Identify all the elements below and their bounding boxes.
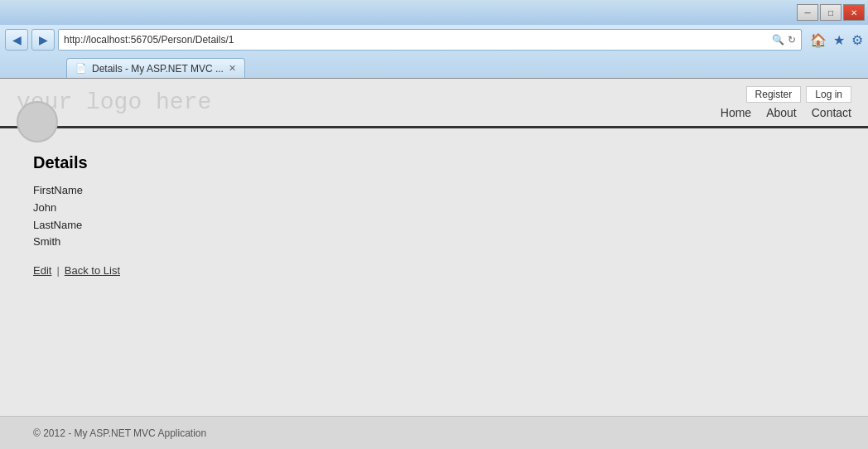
avatar	[17, 101, 58, 142]
address-bar-wrap: 🔍 ↻	[58, 29, 802, 51]
register-button[interactable]: Register	[746, 86, 802, 103]
forward-button[interactable]: ▶	[31, 29, 55, 51]
forward-icon: ▶	[39, 33, 48, 46]
nav-bar: ◀ ▶ 🔍 ↻ 🏠 ★ ⚙	[0, 25, 868, 55]
edit-link[interactable]: Edit	[33, 264, 51, 277]
maximize-button[interactable]: □	[820, 4, 841, 21]
tab-favicon: 📄	[75, 63, 87, 74]
nav-links: Home About Contact	[721, 106, 851, 119]
page-area: your logo here Register Log in Home Abou…	[0, 79, 868, 449]
field-lastname-value: Smith	[33, 234, 835, 251]
auth-buttons: Register Log in	[746, 86, 851, 103]
minimize-icon: ─	[804, 8, 810, 17]
actions: Edit | Back to List	[33, 264, 835, 277]
minimize-button[interactable]: ─	[797, 4, 818, 21]
title-bar: ─ □ ✕	[0, 0, 868, 25]
home-icon[interactable]: 🏠	[810, 32, 827, 48]
field-firstname-value: John	[33, 200, 835, 217]
copyright-text: © 2012 - My ASP.NET MVC Application	[33, 427, 206, 439]
address-icons: 🔍 ↻	[772, 34, 796, 46]
field-firstname-label: FirstName	[33, 182, 835, 200]
title-bar-controls: ─ □ ✕	[797, 4, 865, 21]
maximize-icon: □	[828, 8, 833, 17]
bookmark-icon[interactable]: ★	[833, 32, 845, 48]
page-wrapper: your logo here Register Log in Home Abou…	[0, 79, 868, 449]
site-header: your logo here Register Log in Home Abou…	[0, 79, 868, 128]
field-lastname-label: LastName	[33, 217, 835, 234]
tab-bar: 📄 Details - My ASP.NET MVC ... ✕	[0, 55, 868, 78]
back-to-list-link[interactable]: Back to List	[65, 264, 120, 277]
settings-icon[interactable]: ⚙	[851, 32, 863, 48]
nav-contact[interactable]: Contact	[812, 106, 851, 119]
tab-close-button[interactable]: ✕	[229, 63, 236, 74]
close-icon: ✕	[851, 8, 857, 17]
browser-window: ─ □ ✕ ◀ ▶ 🔍 ↻	[0, 0, 868, 449]
close-button[interactable]: ✕	[843, 4, 865, 21]
back-icon: ◀	[12, 33, 22, 46]
back-button[interactable]: ◀	[5, 29, 28, 51]
address-bar[interactable]	[64, 34, 772, 46]
active-tab[interactable]: 📄 Details - My ASP.NET MVC ... ✕	[66, 58, 245, 78]
main-content: Details FirstName John LastName Smith Ed…	[0, 128, 868, 293]
nav-about[interactable]: About	[766, 106, 797, 119]
separator: |	[56, 264, 59, 277]
site-footer: © 2012 - My ASP.NET MVC Application	[0, 416, 868, 449]
tab-title: Details - My ASP.NET MVC ...	[92, 63, 224, 75]
refresh-icon: ↻	[788, 34, 796, 46]
page-title: Details	[33, 153, 835, 172]
search-icon: 🔍	[772, 34, 784, 46]
browser-chrome: ◀ ▶ 🔍 ↻ 🏠 ★ ⚙ 📄 Details - My ASP.NE	[0, 25, 868, 79]
login-button[interactable]: Log in	[806, 86, 851, 103]
nav-home[interactable]: Home	[721, 106, 751, 119]
header-right: Register Log in Home About Contact	[721, 86, 851, 119]
